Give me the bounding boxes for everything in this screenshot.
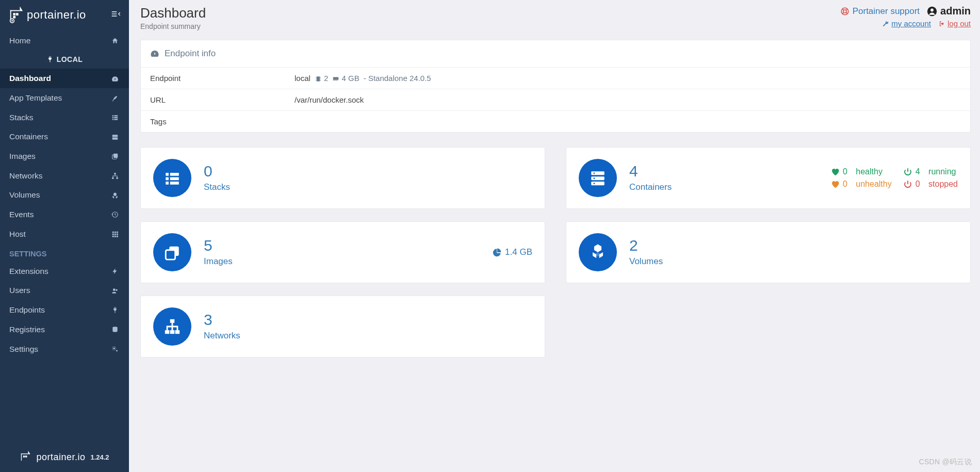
row-key: Endpoint bbox=[141, 68, 285, 89]
nav-label: Networks bbox=[9, 170, 43, 182]
svg-rect-11 bbox=[114, 117, 118, 118]
tachometer-icon bbox=[110, 73, 120, 84]
svg-rect-4 bbox=[13, 16, 15, 19]
panel-title: Endpoint info bbox=[165, 48, 216, 59]
nav-label: Containers bbox=[9, 131, 48, 142]
power-icon bbox=[903, 167, 912, 176]
svg-rect-21 bbox=[112, 232, 114, 233]
nav-label: Extensions bbox=[9, 266, 48, 277]
tile-info: 4 Containers bbox=[629, 164, 672, 192]
nav-label: LOCAL bbox=[57, 55, 83, 65]
sidebar-item-home[interactable]: Home bbox=[0, 31, 129, 51]
sidebar-item-host[interactable]: Host bbox=[0, 224, 129, 244]
tile-label: Images bbox=[204, 256, 233, 267]
pie-chart-icon bbox=[493, 248, 502, 257]
stat-n: 0 bbox=[916, 180, 920, 189]
portainer-logo-icon bbox=[8, 6, 24, 24]
tile-containers[interactable]: 4 Containers 0 healthy 4 running 0 unhea… bbox=[566, 147, 971, 209]
svg-rect-58 bbox=[591, 176, 605, 180]
sidebar-item-events[interactable]: Events bbox=[0, 205, 129, 224]
nav-label: Home bbox=[9, 35, 30, 46]
svg-rect-50 bbox=[170, 182, 179, 185]
sidebar-item-images[interactable]: Images bbox=[0, 147, 129, 166]
sidebar-item-extensions[interactable]: Extensions bbox=[0, 262, 129, 281]
list-icon bbox=[110, 112, 120, 123]
svg-point-33 bbox=[113, 347, 116, 349]
cpu-info: 2 bbox=[315, 74, 329, 83]
sidebar-item-networks[interactable]: Networks bbox=[0, 166, 129, 186]
sidebar-item-containers[interactable]: Containers bbox=[0, 127, 129, 147]
power-icon bbox=[903, 180, 912, 189]
brand-text: portainer.io bbox=[27, 8, 86, 22]
svg-rect-52 bbox=[166, 250, 175, 259]
url-row: URL /var/run/docker.sock bbox=[141, 89, 970, 111]
nav-label: Users bbox=[9, 285, 30, 296]
plug-icon bbox=[110, 305, 120, 315]
sidebar-item-stacks[interactable]: Stacks bbox=[0, 108, 129, 127]
svg-point-42 bbox=[930, 8, 934, 11]
sidebar-item-registries[interactable]: Registries bbox=[0, 320, 129, 339]
logout-label: log out bbox=[948, 19, 971, 28]
svg-rect-49 bbox=[166, 182, 169, 185]
sidebar-nav: Home LOCAL Dashboard App Templates Stack… bbox=[0, 31, 129, 359]
svg-point-60 bbox=[594, 172, 595, 174]
user-name: admin bbox=[940, 5, 971, 17]
tile-count: 4 bbox=[629, 164, 672, 179]
sidebar-item-volumes[interactable]: Volumes bbox=[0, 185, 129, 205]
topbar-line2: my account log out bbox=[840, 19, 971, 28]
tile-count: 5 bbox=[204, 238, 233, 253]
history-icon bbox=[110, 209, 120, 220]
networks-icon bbox=[153, 307, 191, 346]
plug-icon bbox=[46, 56, 54, 63]
tile-networks[interactable]: 3 Networks bbox=[140, 296, 545, 357]
server-icon bbox=[110, 132, 120, 142]
main-content: Dashboard Endpoint summary Portainer sup… bbox=[129, 0, 980, 373]
my-account-link[interactable]: my account bbox=[882, 19, 931, 28]
stat-n: 4 bbox=[916, 167, 920, 176]
svg-rect-47 bbox=[166, 177, 169, 181]
bolt-icon bbox=[110, 266, 120, 276]
svg-rect-27 bbox=[112, 236, 114, 237]
sidebar-item-dashboard[interactable]: Dashboard bbox=[0, 69, 129, 88]
user-chip[interactable]: admin bbox=[927, 5, 971, 17]
sidebar-collapse-icon[interactable] bbox=[110, 9, 121, 22]
endpoint-info-panel: Endpoint info Endpoint local 2 4 GB - St… bbox=[140, 40, 971, 133]
svg-rect-3 bbox=[16, 13, 19, 15]
svg-rect-46 bbox=[170, 173, 179, 176]
svg-point-34 bbox=[116, 350, 118, 351]
stat-n: 0 bbox=[843, 167, 847, 176]
svg-rect-24 bbox=[112, 234, 114, 235]
nav-label: Volumes bbox=[9, 189, 40, 201]
svg-rect-53 bbox=[170, 319, 175, 323]
volumes-icon bbox=[579, 233, 617, 271]
tile-label: Stacks bbox=[204, 182, 230, 192]
svg-point-40 bbox=[843, 10, 846, 13]
sidebar-item-app-templates[interactable]: App Templates bbox=[0, 88, 129, 108]
svg-point-31 bbox=[116, 289, 118, 291]
row-val bbox=[285, 111, 970, 132]
brand[interactable]: portainer.io bbox=[8, 6, 86, 24]
support-link[interactable]: Portainer support bbox=[840, 6, 920, 17]
panel-body: Endpoint local 2 4 GB - Standalone 24.0.… bbox=[141, 68, 970, 132]
svg-rect-18 bbox=[114, 173, 116, 174]
tile-images[interactable]: 5 Images 1.4 GB bbox=[140, 221, 545, 283]
panel-header: Endpoint info bbox=[141, 40, 970, 68]
th-icon bbox=[110, 229, 120, 239]
sidebar-item-settings[interactable]: Settings bbox=[0, 339, 129, 359]
cpu-count: 2 bbox=[324, 74, 328, 83]
row-val: /var/run/docker.sock bbox=[285, 89, 970, 110]
tile-stacks[interactable]: 0 Stacks bbox=[140, 147, 545, 209]
logout-link[interactable]: log out bbox=[938, 19, 971, 28]
sidebar-item-endpoints[interactable]: Endpoints bbox=[0, 300, 129, 320]
status-stopped: 0 stopped bbox=[903, 180, 958, 189]
svg-rect-2 bbox=[13, 13, 15, 15]
clone-icon bbox=[110, 151, 120, 161]
nav-label: Dashboard bbox=[9, 73, 51, 84]
database-icon bbox=[110, 324, 120, 335]
svg-rect-56 bbox=[175, 330, 180, 334]
tags-row: Tags bbox=[141, 111, 970, 132]
tile-info: 2 Volumes bbox=[629, 238, 663, 267]
tile-volumes[interactable]: 2 Volumes bbox=[566, 221, 971, 283]
containers-status: 0 healthy 4 running 0 unhealthy 0 stoppe… bbox=[830, 167, 958, 189]
sidebar-item-users[interactable]: Users bbox=[0, 281, 129, 300]
